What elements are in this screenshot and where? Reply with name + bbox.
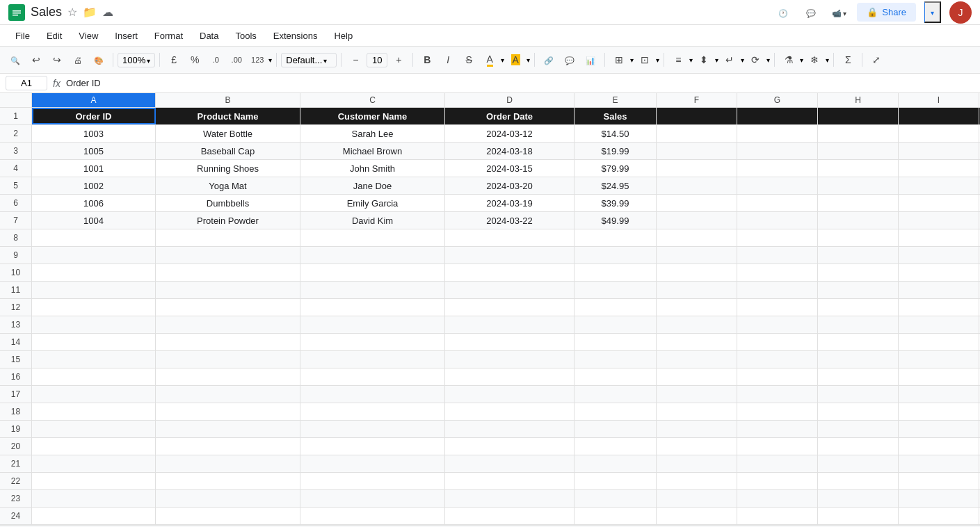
font-size-dec-button[interactable]	[346, 50, 365, 70]
cell-a13[interactable]	[32, 316, 156, 333]
cell-i13[interactable]	[899, 316, 979, 333]
cell-d15[interactable]	[445, 351, 575, 368]
cell-b6[interactable]: Dumbbells	[156, 195, 300, 211]
cell-h18[interactable]	[818, 403, 899, 420]
cell-b10[interactable]	[156, 264, 300, 281]
cell-c1[interactable]: Customer Name	[300, 108, 445, 124]
col-header-d[interactable]: D	[445, 93, 575, 107]
cell-h1[interactable]	[818, 108, 899, 124]
cell-i17[interactable]	[899, 386, 979, 403]
row-num-19[interactable]: 19	[0, 421, 32, 437]
cell-f16[interactable]	[657, 368, 737, 385]
row-num-14[interactable]: 14	[0, 334, 32, 350]
cell-a24[interactable]	[32, 508, 156, 524]
row-num-8[interactable]: 8	[0, 229, 32, 246]
cell-d19[interactable]	[445, 421, 575, 437]
cell-e15[interactable]	[575, 351, 657, 368]
cell-a22[interactable]	[32, 473, 156, 489]
cell-i7[interactable]	[899, 212, 979, 229]
cell-h24[interactable]	[818, 508, 899, 524]
cell-g19[interactable]	[737, 421, 818, 437]
cell-c4[interactable]: John Smith	[300, 160, 445, 177]
italic-button[interactable]: I	[438, 50, 458, 70]
row-num-24[interactable]: 24	[0, 508, 32, 524]
cell-c20[interactable]	[300, 438, 445, 455]
cell-i8[interactable]	[899, 229, 979, 246]
col-header-e[interactable]: E	[575, 93, 657, 107]
cell-a2[interactable]: 1003	[32, 125, 156, 142]
row-num-17[interactable]: 17	[0, 386, 32, 403]
video-icon[interactable]	[829, 3, 849, 22]
row-num-1[interactable]: 1	[0, 108, 32, 124]
cell-f24[interactable]	[657, 508, 737, 524]
cell-c24[interactable]	[300, 508, 445, 524]
cell-b19[interactable]	[156, 421, 300, 437]
cell-d12[interactable]	[445, 299, 575, 316]
cell-e6[interactable]: $39.99	[575, 195, 657, 211]
cell-i22[interactable]	[899, 473, 979, 489]
cell-c17[interactable]	[300, 386, 445, 403]
menu-view[interactable]: View	[72, 28, 105, 44]
cell-e10[interactable]	[575, 264, 657, 281]
format-num-button[interactable]: 123	[248, 50, 267, 70]
cell-i3[interactable]	[899, 143, 979, 159]
h-align-button[interactable]: ≡	[668, 50, 688, 70]
col-header-i[interactable]: I	[899, 93, 979, 107]
cell-h15[interactable]	[818, 351, 899, 368]
cell-b8[interactable]	[156, 229, 300, 246]
cell-f21[interactable]	[657, 455, 737, 472]
cell-b11[interactable]	[156, 282, 300, 298]
cell-h3[interactable]	[818, 143, 899, 159]
cell-g5[interactable]	[737, 177, 818, 194]
cell-d13[interactable]	[445, 316, 575, 333]
cell-d24[interactable]	[445, 508, 575, 524]
cell-h7[interactable]	[818, 212, 899, 229]
strikethrough-button[interactable]: S	[459, 50, 479, 70]
cell-b18[interactable]	[156, 403, 300, 420]
cell-h8[interactable]	[818, 229, 899, 246]
cell-i5[interactable]	[899, 177, 979, 194]
comment-button[interactable]	[560, 50, 579, 70]
cell-f15[interactable]	[657, 351, 737, 368]
cell-c16[interactable]	[300, 368, 445, 385]
highlight-button[interactable]: A	[506, 50, 525, 70]
cell-g17[interactable]	[737, 386, 818, 403]
history-icon[interactable]	[773, 3, 793, 22]
cell-b17[interactable]	[156, 386, 300, 403]
cell-f9[interactable]	[657, 247, 737, 264]
cell-b3[interactable]: Baseball Cap	[156, 143, 300, 159]
cell-g13[interactable]	[737, 316, 818, 333]
cell-c15[interactable]	[300, 351, 445, 368]
chart-button[interactable]	[581, 50, 600, 70]
cell-a12[interactable]	[32, 299, 156, 316]
cell-e13[interactable]	[575, 316, 657, 333]
cell-c3[interactable]: Michael Brown	[300, 143, 445, 159]
row-num-6[interactable]: 6	[0, 195, 32, 211]
cell-b2[interactable]: Water Bottle	[156, 125, 300, 142]
cell-g1[interactable]	[737, 108, 818, 124]
cell-d20[interactable]	[445, 438, 575, 455]
cell-b16[interactable]	[156, 368, 300, 385]
cell-d17[interactable]	[445, 386, 575, 403]
link-button[interactable]	[539, 50, 559, 70]
cell-i2[interactable]	[899, 125, 979, 142]
cell-f17[interactable]	[657, 386, 737, 403]
cell-i10[interactable]	[899, 264, 979, 281]
cell-g11[interactable]	[737, 282, 818, 298]
cell-d10[interactable]	[445, 264, 575, 281]
cell-h23[interactable]	[818, 490, 899, 507]
cell-c6[interactable]: Emily Garcia	[300, 195, 445, 211]
cell-e3[interactable]: $19.99	[575, 143, 657, 159]
cell-e23[interactable]	[575, 490, 657, 507]
row-num-3[interactable]: 3	[0, 143, 32, 159]
cell-e1[interactable]: Sales	[575, 108, 657, 124]
cell-a11[interactable]	[32, 282, 156, 298]
cell-f13[interactable]	[657, 316, 737, 333]
row-num-13[interactable]: 13	[0, 316, 32, 333]
cell-d7[interactable]: 2024-03-22	[445, 212, 575, 229]
cell-g15[interactable]	[737, 351, 818, 368]
cell-d23[interactable]	[445, 490, 575, 507]
row-num-22[interactable]: 22	[0, 473, 32, 489]
cell-g24[interactable]	[737, 508, 818, 524]
cell-f8[interactable]	[657, 229, 737, 246]
